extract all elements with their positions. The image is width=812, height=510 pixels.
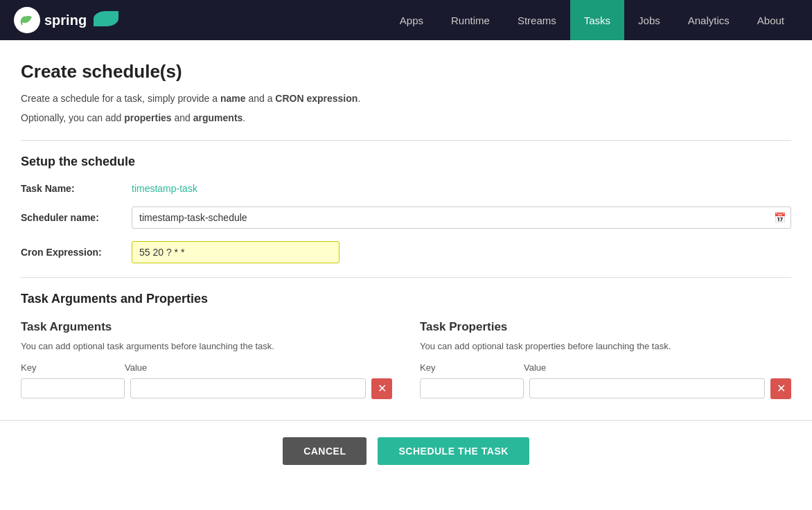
scheduler-name-input-wrapper: 📅 <box>132 206 791 229</box>
props-key-header: Key <box>420 362 524 373</box>
args-val-input[interactable] <box>130 378 366 398</box>
props-delete-button[interactable]: ✕ <box>770 378 791 399</box>
task-arguments-title: Task Arguments <box>21 320 392 334</box>
intro-line2: Optionally, you can add properties and a… <box>21 110 791 125</box>
footer-actions: CANCEL SCHEDULE THE TASK <box>21 421 791 486</box>
leaf-icon <box>94 11 118 26</box>
args-delete-button[interactable]: ✕ <box>371 378 392 399</box>
props-key-input[interactable] <box>420 378 524 398</box>
nav-item-apps[interactable]: Apps <box>386 0 437 40</box>
divider-2 <box>21 277 791 278</box>
task-arguments-desc: You can add optional task arguments befo… <box>21 341 392 351</box>
props-val-header: Value <box>524 362 791 373</box>
cron-expression-input[interactable] <box>132 241 339 263</box>
nav-item-tasks[interactable]: Tasks <box>570 0 624 40</box>
task-properties-col: Task Properties You can add optional tas… <box>420 320 791 399</box>
nav-item-streams[interactable]: Streams <box>504 0 570 40</box>
task-properties-title: Task Properties <box>420 320 791 334</box>
args-kv-row: ✕ <box>21 378 392 399</box>
args-key-input[interactable] <box>21 378 125 398</box>
calendar-icon: 📅 <box>774 212 786 223</box>
args-val-header: Value <box>125 362 392 373</box>
section-setup-title: Setup the schedule <box>21 155 791 169</box>
task-name-label: Task Name: <box>21 183 132 194</box>
brand-logo: spring <box>14 7 118 33</box>
scheduler-name-label: Scheduler name: <box>21 212 132 223</box>
task-name-row: Task Name: timestamp-task <box>21 183 791 194</box>
args-key-header: Key <box>21 362 125 373</box>
main-content: Create schedule(s) Create a schedule for… <box>0 40 812 510</box>
nav-item-runtime[interactable]: Runtime <box>437 0 504 40</box>
task-properties-desc: You can add optional task properties bef… <box>420 341 791 351</box>
page-title: Create schedule(s) <box>21 61 791 82</box>
scheduler-name-input[interactable] <box>132 206 791 229</box>
props-val-input[interactable] <box>529 378 765 398</box>
brand-name: spring <box>44 12 87 28</box>
spring-logo-icon <box>14 7 40 33</box>
args-props-section: Task Arguments You can add optional task… <box>21 320 791 399</box>
divider-1 <box>21 140 791 141</box>
intro-line1: Create a schedule for a task, simply pro… <box>21 91 791 106</box>
section-args-title: Task Arguments and Properties <box>21 292 791 306</box>
cancel-button[interactable]: CANCEL <box>283 437 367 465</box>
props-kv-header: Key Value <box>420 362 791 373</box>
cron-expression-row: Cron Expression: <box>21 241 791 263</box>
schedule-button[interactable]: SCHEDULE THE TASK <box>378 437 529 465</box>
nav-item-jobs[interactable]: Jobs <box>624 0 674 40</box>
nav-item-about[interactable]: About <box>743 0 798 40</box>
navigation: spring Apps Runtime Streams Tasks Jobs A… <box>0 0 812 40</box>
args-kv-header: Key Value <box>21 362 392 373</box>
task-arguments-col: Task Arguments You can add optional task… <box>21 320 392 399</box>
cron-expression-label: Cron Expression: <box>21 247 132 258</box>
scheduler-name-row: Scheduler name: 📅 <box>21 206 791 229</box>
nav-item-analytics[interactable]: Analytics <box>674 0 743 40</box>
task-name-value: timestamp-task <box>132 183 197 194</box>
props-kv-row: ✕ <box>420 378 791 399</box>
nav-items: Apps Runtime Streams Tasks Jobs Analytic… <box>386 0 798 40</box>
